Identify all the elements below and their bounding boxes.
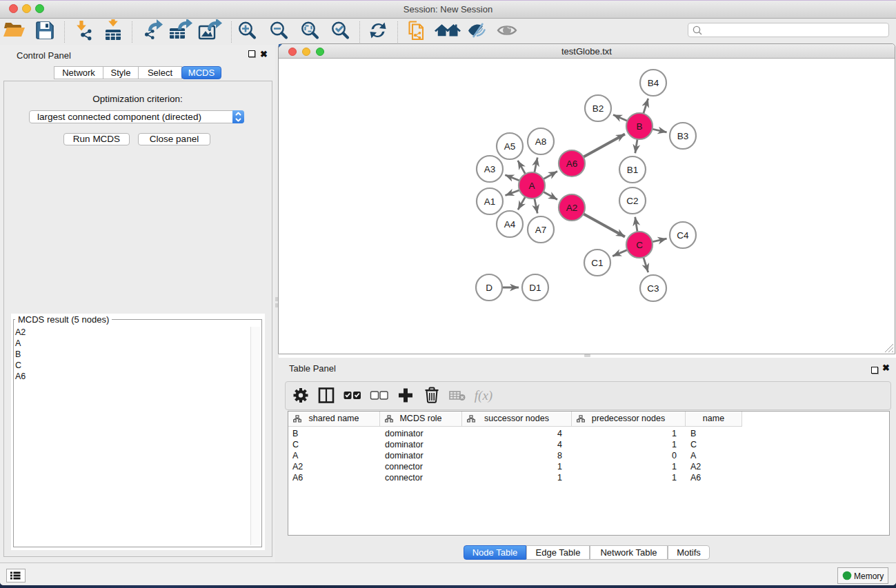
svg-text:f(x): f(x): [475, 388, 492, 403]
svg-text:D: D: [486, 283, 492, 293]
svg-text:A6: A6: [566, 159, 578, 169]
svg-text:A4: A4: [504, 219, 516, 230]
svg-text:B4: B4: [648, 78, 659, 88]
svg-text:B: B: [636, 121, 642, 132]
svg-text:A: A: [528, 181, 535, 191]
svg-text:C3: C3: [647, 283, 659, 294]
svg-text:A2: A2: [566, 203, 578, 213]
svg-text:A7: A7: [535, 225, 547, 235]
svg-text:D1: D1: [529, 283, 541, 293]
svg-text:C4: C4: [677, 230, 689, 241]
svg-text:C: C: [636, 240, 643, 250]
svg-text:A8: A8: [535, 136, 547, 147]
svg-text:A1: A1: [484, 196, 496, 207]
svg-text:B2: B2: [593, 103, 604, 114]
svg-text:C1: C1: [591, 258, 603, 268]
svg-text:Memory: Memory: [854, 571, 884, 581]
svg-text:A3: A3: [484, 164, 496, 174]
svg-text:A5: A5: [504, 141, 516, 152]
svg-text:B1: B1: [627, 165, 639, 175]
svg-text:B3: B3: [677, 131, 689, 141]
svg-text:C2: C2: [626, 196, 638, 206]
